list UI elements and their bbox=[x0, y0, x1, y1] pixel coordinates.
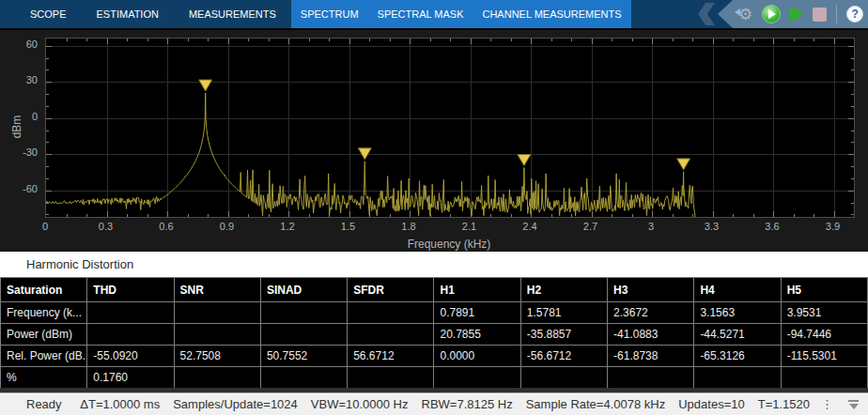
table-cell: Rel. Power (dB... bbox=[1, 346, 87, 367]
table-cell: -44.5271 bbox=[694, 324, 781, 346]
table-cell: -65.3126 bbox=[694, 346, 781, 367]
x-axis-label: Frequency (kHz) bbox=[45, 238, 853, 251]
harmonic-distortion-table-wrap: SaturationTHDSNRSINADSFDRH1H2H3H4H5H6Fre… bbox=[0, 277, 868, 389]
table-header-cell: Saturation bbox=[1, 278, 87, 302]
x-tick-label: 2.4 bbox=[509, 221, 550, 232]
y-tick-label: -30 bbox=[2, 146, 38, 158]
table-cell bbox=[174, 324, 260, 346]
table-cell: 3.1563 bbox=[694, 302, 781, 324]
plot-axes bbox=[45, 38, 855, 218]
stepping-options-button[interactable]: ⚙ bbox=[738, 7, 752, 23]
x-tick-label: 2.7 bbox=[570, 221, 612, 232]
table-cell bbox=[260, 302, 347, 324]
status-stat: T=1.1520 bbox=[758, 397, 810, 411]
x-tick-label: 0.3 bbox=[85, 221, 127, 232]
table-header-cell: H1 bbox=[434, 278, 520, 302]
table-cell: Frequency (k... bbox=[1, 302, 87, 324]
table-cell: -35.8857 bbox=[520, 324, 607, 346]
table-cell bbox=[781, 367, 867, 389]
table-cell bbox=[260, 367, 347, 389]
overflow-menu-icon[interactable]: ⋮ bbox=[821, 397, 833, 411]
y-tick-label: 0 bbox=[2, 111, 38, 122]
table-header-cell: SINAD bbox=[260, 278, 347, 302]
table-cell: Power (dBm) bbox=[1, 324, 87, 346]
x-tick-label: 1.2 bbox=[267, 221, 308, 232]
harmonic-marker-icon bbox=[358, 148, 371, 160]
tabbar-spacer bbox=[0, 0, 15, 28]
run-button[interactable] bbox=[762, 5, 781, 23]
table-row: Rel. Power (dB...-55.092052.750850.75525… bbox=[1, 346, 868, 367]
spectrum-trace bbox=[46, 38, 854, 217]
table-cell bbox=[434, 367, 520, 389]
table-row: %0.1760 bbox=[1, 367, 868, 389]
y-tick-label: 60 bbox=[2, 38, 38, 50]
y-tick-label: 30 bbox=[2, 74, 38, 85]
status-ready-label: Ready bbox=[26, 397, 62, 411]
status-stat: VBW=10.0000 Hz bbox=[311, 397, 409, 411]
table-cell: -41.0883 bbox=[608, 324, 694, 346]
x-tick-label: 1.5 bbox=[328, 221, 369, 232]
step-forward-button[interactable] bbox=[790, 8, 803, 21]
tab-scope[interactable]: SCOPE bbox=[15, 0, 82, 28]
table-cell bbox=[520, 367, 607, 389]
status-stat: Sample Rate=4.0078 kHz bbox=[526, 397, 666, 411]
measurement-panel-header: Harmonic Distortion bbox=[0, 252, 868, 277]
table-header-row: SaturationTHDSNRSINADSFDRH1H2H3H4H5H6 bbox=[1, 278, 868, 302]
table-header-cell: H2 bbox=[520, 278, 607, 302]
table-cell bbox=[87, 302, 174, 324]
status-stats: ΔT=1.0000 msSamples/Update=1024VBW=10.00… bbox=[80, 397, 810, 411]
playback-toolbar: ⚙ ? bbox=[718, 0, 868, 28]
x-tick-label: 1.8 bbox=[388, 221, 429, 232]
x-tick-label: 3 bbox=[630, 221, 672, 232]
table-cell: % bbox=[1, 367, 87, 389]
spectrum-analyzer-window: SCOPEESTIMATIONMEASUREMENTSSPECTRUMSPECT… bbox=[0, 0, 868, 415]
table-header-cell: H4 bbox=[694, 278, 781, 302]
table-cell: 52.7508 bbox=[174, 346, 260, 367]
tab-spectral-mask[interactable]: SPECTRAL MASK bbox=[368, 0, 473, 28]
table-cell bbox=[608, 367, 694, 389]
table-header-cell: H5 bbox=[781, 278, 867, 302]
tab-channel-measurements[interactable]: CHANNEL MEASUREMENTS bbox=[473, 0, 630, 28]
x-tick-label: 2.1 bbox=[449, 221, 490, 232]
table-cell bbox=[348, 302, 434, 324]
table-cell: 3.9531 bbox=[781, 302, 867, 324]
table-cell: 1.5781 bbox=[520, 302, 607, 324]
help-button[interactable]: ? bbox=[846, 6, 863, 23]
dock-handle-icon[interactable] bbox=[848, 400, 859, 409]
toolbar-divider bbox=[836, 5, 837, 23]
table-cell: -61.8738 bbox=[608, 346, 694, 367]
status-stat: Updates=10 bbox=[678, 397, 744, 411]
table-header-cell: SFDR bbox=[348, 278, 434, 302]
x-tick-label: 3.9 bbox=[813, 221, 854, 232]
tab-estimation[interactable]: ESTIMATION bbox=[82, 0, 174, 28]
stop-button[interactable] bbox=[813, 8, 827, 22]
table-row: Frequency (k...0.78911.57812.36723.15633… bbox=[1, 302, 868, 324]
status-stat: RBW=7.8125 Hz bbox=[422, 397, 513, 411]
spectrum-plot-panel: dBm Frequency (kHz) 00.30.60.91.21.51.82… bbox=[0, 28, 868, 252]
x-tick-label: 3.3 bbox=[691, 221, 733, 232]
tab-measurements[interactable]: MEASUREMENTS bbox=[174, 0, 291, 28]
step-forward-triangle-icon bbox=[794, 8, 803, 21]
table-cell: 0.7891 bbox=[434, 302, 520, 324]
table-cell: -55.0920 bbox=[87, 346, 174, 367]
x-tick-label: 0 bbox=[24, 221, 66, 232]
harmonic-distortion-table: SaturationTHDSNRSINADSFDRH1H2H3H4H5H6Fre… bbox=[0, 277, 868, 389]
table-cell: 50.7552 bbox=[260, 346, 347, 367]
table-cell bbox=[87, 324, 174, 346]
table-cell bbox=[348, 367, 434, 389]
play-icon bbox=[768, 9, 776, 19]
measurement-panel-title: Harmonic Distortion bbox=[26, 257, 133, 271]
table-header-cell: THD bbox=[87, 278, 174, 302]
step-forward-bar-icon bbox=[790, 8, 793, 21]
table-cell: 0.1760 bbox=[87, 367, 174, 389]
table-header-cell: SNR bbox=[174, 278, 260, 302]
x-tick-label: 0.9 bbox=[207, 221, 248, 232]
table-cell: -115.5301 bbox=[781, 346, 867, 367]
table-cell bbox=[174, 367, 260, 389]
table-cell: 2.3672 bbox=[608, 302, 694, 324]
tab-spectrum[interactable]: SPECTRUM bbox=[291, 0, 368, 28]
table-cell: 0.0000 bbox=[434, 346, 520, 367]
table-cell bbox=[174, 302, 260, 324]
x-tick-label: 3.6 bbox=[752, 221, 793, 232]
table-cell bbox=[348, 324, 434, 346]
